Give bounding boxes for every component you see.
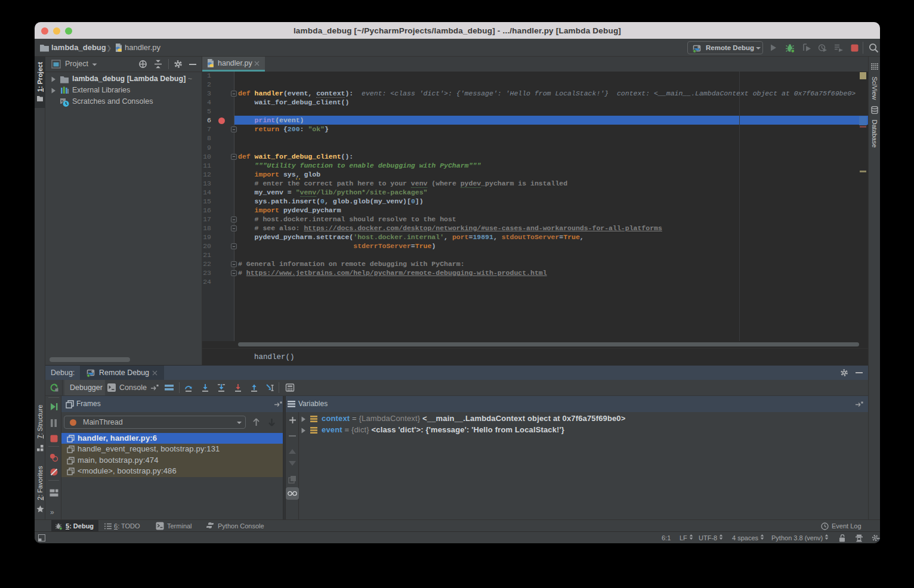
svg-text:?: ? <box>878 537 881 543</box>
